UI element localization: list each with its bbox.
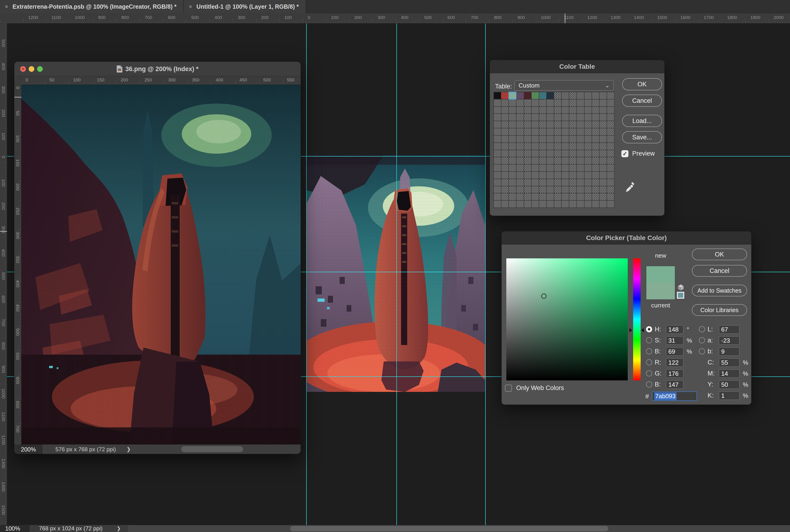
- color-table-cell[interactable]: [600, 92, 607, 99]
- color-table-cell[interactable]: [562, 165, 569, 171]
- color-table-cell[interactable]: [509, 150, 516, 157]
- color-table-cell[interactable]: [607, 136, 614, 142]
- canvas-pasteboard[interactable]: 36.png @ 200% (Index) * 0501001502002503…: [7, 23, 790, 525]
- color-table-cell[interactable]: [569, 165, 576, 171]
- color-table-cell[interactable]: [600, 107, 607, 114]
- color-table-cell[interactable]: [509, 128, 516, 135]
- color-table-cell[interactable]: [509, 186, 516, 193]
- color-field-marker[interactable]: [541, 293, 547, 299]
- color-table-cell[interactable]: [585, 165, 591, 171]
- color-table-cell[interactable]: [562, 201, 569, 207]
- color-table-cell[interactable]: [554, 150, 561, 157]
- hue-slider[interactable]: [633, 259, 641, 380]
- color-table-cell[interactable]: [509, 107, 516, 114]
- color-table-cell[interactable]: [577, 136, 584, 142]
- hex-input[interactable]: 7ab093: [652, 392, 697, 401]
- color-table-swatch[interactable]: [524, 92, 531, 99]
- color-table-cell[interactable]: [585, 157, 591, 164]
- document-window-titlebar[interactable]: 36.png @ 200% (Index) *: [14, 62, 300, 76]
- save-button[interactable]: Save...: [622, 131, 662, 144]
- color-table-cell[interactable]: [577, 128, 584, 135]
- color-table-cell[interactable]: [554, 128, 561, 135]
- color-table-cell[interactable]: [532, 201, 539, 207]
- color-table-cell[interactable]: [592, 107, 599, 114]
- color-table-cell[interactable]: [501, 99, 509, 106]
- color-table-cell[interactable]: [569, 179, 576, 186]
- color-table-cell[interactable]: [539, 143, 546, 150]
- color-table-cell[interactable]: [577, 114, 584, 121]
- color-table-cell[interactable]: [554, 157, 561, 164]
- color-table-cell[interactable]: [592, 150, 599, 157]
- color-table-cell[interactable]: [554, 179, 561, 186]
- floating-document-window[interactable]: 36.png @ 200% (Index) * 0501001502002503…: [14, 61, 301, 454]
- color-table-cell[interactable]: [547, 150, 554, 157]
- color-table-cell[interactable]: [494, 186, 501, 193]
- color-table-cell[interactable]: [539, 157, 546, 164]
- color-table-cell[interactable]: [547, 172, 554, 178]
- hue-slider-arrow-right[interactable]: [641, 328, 644, 332]
- color-table-cell[interactable]: [585, 172, 591, 178]
- color-table-cell[interactable]: [554, 172, 561, 178]
- color-table-cell[interactable]: [562, 136, 569, 142]
- web-safe-color-swatch[interactable]: [677, 292, 684, 299]
- color-table-cell[interactable]: [509, 179, 516, 186]
- saturation-brightness-field[interactable]: [506, 259, 628, 380]
- color-table-cell[interactable]: [547, 143, 554, 150]
- color-table-cell[interactable]: [547, 114, 554, 121]
- app-horizontal-scrollbar-track[interactable]: [128, 525, 790, 532]
- color-table-cell[interactable]: [585, 143, 591, 150]
- color-table-cell[interactable]: [562, 150, 569, 157]
- color-table-cell[interactable]: [532, 114, 539, 121]
- color-table-cell[interactable]: [554, 107, 561, 114]
- value-input-B[interactable]: 69: [666, 347, 683, 356]
- value-input-B[interactable]: 147: [666, 380, 683, 389]
- color-table-cell[interactable]: [607, 179, 614, 186]
- color-table-cell[interactable]: [569, 157, 576, 164]
- app-zoom-level[interactable]: 100%: [5, 525, 20, 532]
- color-table-cell[interactable]: [592, 114, 599, 121]
- color-table-cell[interactable]: [524, 172, 531, 178]
- color-table-cell[interactable]: [547, 136, 554, 142]
- color-table-cell[interactable]: [501, 172, 509, 178]
- color-table-cell[interactable]: [577, 186, 584, 193]
- color-table-cell[interactable]: [607, 121, 614, 128]
- value-input-M[interactable]: 14: [719, 369, 739, 378]
- color-table-cell[interactable]: [585, 150, 591, 157]
- color-table-cell[interactable]: [600, 157, 607, 164]
- value-input-Y[interactable]: 50: [719, 380, 739, 389]
- color-table-cell[interactable]: [501, 179, 509, 186]
- color-table-cell[interactable]: [577, 150, 584, 157]
- color-table-cell[interactable]: [516, 143, 523, 150]
- color-table-cell[interactable]: [607, 107, 614, 114]
- color-table-cell[interactable]: [592, 99, 599, 106]
- preview-checkbox[interactable]: ✓: [621, 150, 628, 157]
- color-table-cell[interactable]: [592, 121, 599, 128]
- color-table-cell[interactable]: [585, 179, 591, 186]
- ok-button[interactable]: OK: [622, 78, 662, 90]
- color-table-cell[interactable]: [539, 136, 546, 142]
- color-table-cell[interactable]: [562, 128, 569, 135]
- color-table-cell[interactable]: [516, 165, 523, 171]
- value-input-R[interactable]: 122: [666, 358, 683, 367]
- color-table-cell[interactable]: [592, 128, 599, 135]
- color-table-cell[interactable]: [569, 128, 576, 135]
- color-table-swatch[interactable]: [516, 92, 523, 99]
- value-input-H[interactable]: 148: [666, 325, 683, 334]
- color-table-cell[interactable]: [501, 165, 509, 171]
- color-table-cell[interactable]: [524, 201, 531, 207]
- color-table-cell[interactable]: [516, 99, 523, 106]
- color-table-cell[interactable]: [585, 201, 591, 207]
- color-table-cell[interactable]: [516, 179, 523, 186]
- color-table-cell[interactable]: [592, 136, 599, 142]
- color-table-cell[interactable]: [607, 186, 614, 193]
- color-table-cell[interactable]: [516, 136, 523, 142]
- color-table-cell[interactable]: [562, 92, 569, 99]
- color-table-cell[interactable]: [554, 114, 561, 121]
- color-table-cell[interactable]: [592, 186, 599, 193]
- color-table-cell[interactable]: [600, 201, 607, 207]
- color-table-cell[interactable]: [494, 121, 501, 128]
- color-table-cell[interactable]: [600, 179, 607, 186]
- color-table-cell[interactable]: [524, 186, 531, 193]
- color-table-cell[interactable]: [532, 186, 539, 193]
- color-table-cell[interactable]: [539, 107, 546, 114]
